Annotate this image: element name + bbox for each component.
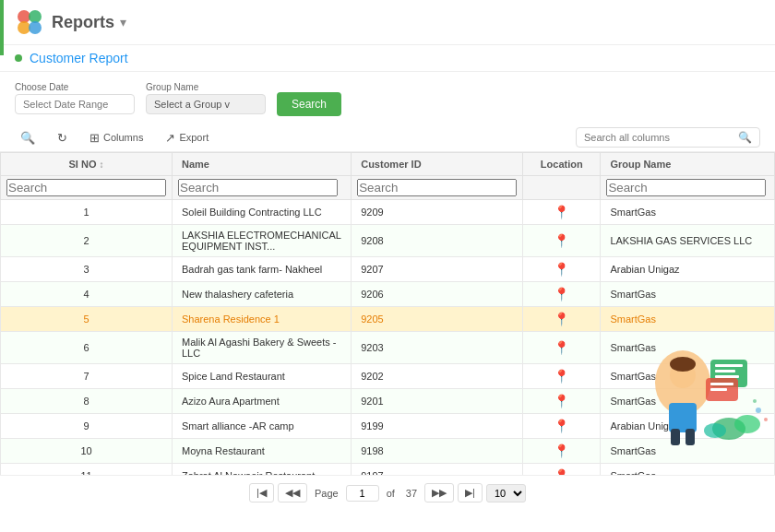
cell-name: Zahrat Al Nawaeir Restaurant [173,464,352,476]
cell-name: Sharena Residence 1 [173,307,352,332]
cell-sino: 11 [1,464,173,476]
col-header-custid[interactable]: Customer ID [352,153,523,176]
location-pin-icon: 📍 [554,262,569,277]
cell-name: Moyna Restaurant [173,439,352,464]
table-row[interactable]: 7Spice Land Restaurant9202📍SmartGas [1,364,775,389]
next-page-btn[interactable]: ▶▶ [424,483,454,502]
table-container: SI NO ↕ Name Customer ID Location Group … [0,152,775,475]
cell-name: New thalashery cafeteria [173,282,352,307]
page-number-input[interactable] [346,485,379,502]
customer-table: SI NO ↕ Name Customer ID Location Group … [0,152,775,475]
table-row[interactable]: 3Badrah gas tank farm- Nakheel9207📍Arabi… [1,257,775,282]
cell-group: SmartGas [601,464,775,476]
reports-chevron[interactable]: ▾ [120,15,126,30]
table-row[interactable]: 4New thalashery cafeteria9206📍SmartGas [1,282,775,307]
cell-group: Arabian Unigaz [601,257,775,282]
group-select[interactable] [146,94,266,114]
cell-custid: 9205 [352,307,523,332]
search-all-container: 🔍 [576,127,760,148]
cell-sino: 5 [1,307,173,332]
location-pin-icon: 📍 [554,340,569,355]
date-range-input[interactable] [15,94,135,114]
date-filter-group: Choose Date [15,82,135,114]
cell-sino: 8 [1,389,173,414]
cell-location[interactable]: 📍 [523,439,601,464]
cell-custid: 9209 [352,200,523,225]
search-custid[interactable] [352,176,523,200]
cell-custid: 9207 [352,257,523,282]
search-sino[interactable] [1,176,173,200]
table-row[interactable]: 1Soleil Building Contracting LLC9209📍Sma… [1,200,775,225]
cell-custid: 9199 [352,414,523,439]
cell-custid: 9201 [352,389,523,414]
reload-button[interactable]: ↻ [52,128,73,148]
svg-point-1 [29,10,42,23]
location-pin-icon: 📍 [554,443,569,458]
table-row[interactable]: 6Malik Al Agashi Bakery & Sweets - LLC92… [1,332,775,364]
columns-button[interactable]: ⊞ Columns [84,128,149,148]
cell-location[interactable]: 📍 [523,307,601,332]
cell-group: SmartGas [601,282,775,307]
search-all-icon: 🔍 [738,131,752,144]
table-row[interactable]: 8Azizo Aura Apartment9201📍SmartGas [1,389,775,414]
col-header-location[interactable]: Location [523,153,601,176]
cell-sino: 10 [1,439,173,464]
cell-group: Arabian Unigaz [601,414,775,439]
of-text: of [387,488,395,499]
cell-name: Spice Land Restaurant [173,364,352,389]
cell-location[interactable]: 📍 [523,364,601,389]
location-pin-icon: 📍 [554,369,569,384]
cell-group: SmartGas [601,389,775,414]
table-row[interactable]: 5Sharena Residence 19205📍SmartGas [1,307,775,332]
cell-sino: 7 [1,364,173,389]
cell-name: LAKSHIA ELECTROMECHANICAL EQUIPMENT INST… [173,225,352,257]
location-pin-icon: 📍 [554,419,569,433]
first-page-btn[interactable]: |◀ [249,483,274,502]
export-button[interactable]: ↗ Export [160,128,214,148]
cell-location[interactable]: 📍 [523,332,601,364]
date-filter-label: Choose Date [15,82,135,92]
cell-custid: 9198 [352,439,523,464]
search-button[interactable]: Search [277,92,341,116]
cell-sino: 2 [1,225,173,257]
search-icon: 🔍 [20,131,35,145]
cell-custid: 9206 [352,282,523,307]
refresh-button[interactable]: 🔍 [15,128,41,148]
breadcrumb-text[interactable]: Customer Report [30,51,128,65]
table-row[interactable]: 9Smart alliance -AR camp9199📍Arabian Uni… [1,414,775,439]
cell-group: SmartGas [601,439,775,464]
cell-location[interactable]: 📍 [523,282,601,307]
cell-location[interactable]: 📍 [523,464,601,476]
search-all-input[interactable] [584,132,738,143]
prev-page-btn[interactable]: ◀◀ [278,483,307,502]
last-page-btn[interactable]: ▶| [458,483,483,502]
cell-custid: 9203 [352,332,523,364]
search-name[interactable] [173,176,352,200]
table-row[interactable]: 10Moyna Restaurant9198📍SmartGas [1,439,775,464]
col-header-sino[interactable]: SI NO ↕ [1,153,173,176]
cell-group: SmartGas [601,200,775,225]
col-header-name[interactable]: Name [173,153,352,176]
cell-location[interactable]: 📍 [523,225,601,257]
location-pin-icon: 📍 [554,205,569,219]
cell-group: SmartGas [601,364,775,389]
app-logo [15,7,44,37]
table-row[interactable]: 11Zahrat Al Nawaeir Restaurant9197📍Smart… [1,464,775,476]
cell-location[interactable]: 📍 [523,257,601,282]
table-row[interactable]: 2LAKSHIA ELECTROMECHANICAL EQUIPMENT INS… [1,225,775,257]
search-group[interactable] [601,176,775,200]
total-pages: 37 [406,488,417,499]
col-header-group[interactable]: Group Name [601,153,775,176]
cell-custid: 9197 [352,464,523,476]
svg-point-3 [29,21,42,34]
cell-sino: 6 [1,332,173,364]
columns-icon: ⊞ [89,131,100,145]
cell-location[interactable]: 📍 [523,389,601,414]
cell-location[interactable]: 📍 [523,200,601,225]
cell-group: SmartGas [601,332,775,364]
cell-location[interactable]: 📍 [523,414,601,439]
page-size-select[interactable]: 10 25 50 [486,484,526,502]
search-location[interactable] [523,176,601,200]
cell-name: Smart alliance -AR camp [173,414,352,439]
location-pin-icon: 📍 [554,394,569,408]
